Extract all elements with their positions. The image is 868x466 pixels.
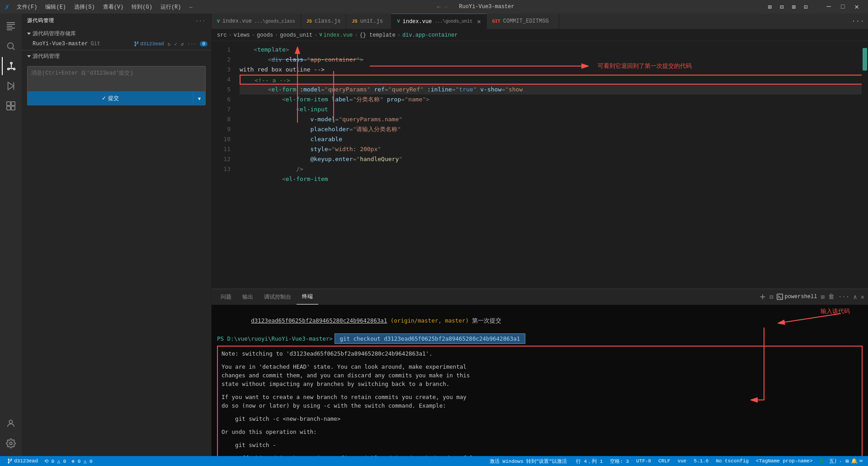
- layout-icon4[interactable]: ⊡: [800, 1, 811, 13]
- terminal-chevron-up[interactable]: ∧: [853, 293, 857, 301]
- layout-icon2[interactable]: ⊟: [776, 1, 787, 13]
- terminal-line-9: do so (now or later) by using -c with th…: [222, 401, 858, 410]
- svg-point-11: [9, 420, 12, 423]
- commit-message-input[interactable]: [28, 67, 205, 89]
- status-branch[interactable]: d3123ead: [4, 456, 42, 466]
- repo-section-header[interactable]: 源代码管理存储库: [22, 29, 211, 39]
- tab-commit-editmsg[interactable]: GIT COMMIT_EDITMSG: [487, 14, 559, 29]
- code-area: 12345 678910 111213 <template> <div clas…: [212, 41, 868, 289]
- status-tag[interactable]: <TagName prop-name>: [752, 458, 816, 464]
- activity-run[interactable]: [2, 77, 20, 95]
- tab-debug-console[interactable]: 调试控制台: [259, 289, 297, 304]
- activity-search[interactable]: [2, 37, 20, 55]
- status-spaces[interactable]: 空格: 3: [606, 458, 632, 465]
- sync-icon2[interactable]: ✓: [174, 41, 177, 47]
- tab-index-vue-goods-class[interactable]: V index.vue ...\goods_class: [212, 14, 301, 29]
- ime-more[interactable]: 五丿·: [827, 458, 844, 465]
- code-line-5: <el-form-item label="分类名称" prop="name">: [240, 95, 868, 105]
- breadcrumb: src › views › goods › goods_unit › V ind…: [212, 29, 868, 41]
- terminal-more[interactable]: ···: [838, 293, 849, 300]
- code-line-1: <template>: [240, 45, 868, 55]
- status-bar: d3123ead ⟲ 0 △ 0 ⊗ 0 △ 0 激活 Windows 转到"设…: [0, 456, 868, 466]
- layout-icon3[interactable]: ⊠: [788, 1, 799, 13]
- tab-index-vue-goods-unit[interactable]: V index.vue ...\goods_unit ✕: [392, 14, 486, 29]
- terminal-line-7: state without impacting any branches by …: [222, 380, 858, 388]
- menu-more[interactable]: …: [186, 2, 196, 12]
- sidebar: 源代码管理 ··· 源代码管理存储库 RuoYi-Vue3-master Git…: [22, 14, 212, 456]
- status-tsconfig[interactable]: No tsconfig: [712, 458, 752, 464]
- settings-icon[interactable]: [2, 434, 20, 452]
- svg-point-4: [14, 68, 15, 70]
- svg-point-2: [10, 62, 12, 64]
- changes-section-header[interactable]: 源代码管理: [22, 51, 211, 62]
- activity-explorer[interactable]: [2, 17, 20, 35]
- svg-point-12: [9, 442, 12, 445]
- code-content: <template> <div class="app-container"> w…: [234, 41, 868, 289]
- svg-point-3: [8, 68, 9, 70]
- code-line-10: style="width: 200px": [240, 144, 868, 154]
- line-numbers: 12345 678910 111213: [212, 41, 234, 289]
- status-encoding[interactable]: UTF-8: [632, 458, 655, 464]
- activity-bar: [0, 14, 22, 456]
- menu-run[interactable]: 运行(R): [157, 2, 185, 12]
- branch-name: d3123ead: [140, 41, 164, 47]
- status-version[interactable]: 5.1.6: [690, 458, 712, 464]
- tab-terminal[interactable]: 终端: [297, 289, 318, 304]
- commit-dropdown-button[interactable]: ▾: [193, 92, 205, 105]
- status-errors[interactable]: ⊗ 0 △ 0: [69, 456, 95, 466]
- terminal-add[interactable]: [760, 294, 766, 300]
- repo-item: RuoYi-Vue3-master Git d3123ead ↻ ✓ ↺ ···…: [22, 39, 211, 49]
- sync-icon4[interactable]: ···: [188, 41, 197, 47]
- commit-button[interactable]: ✓ 提交: [28, 92, 193, 105]
- menu-select[interactable]: 选择(S): [71, 2, 99, 12]
- sync-icon1[interactable]: ↻: [168, 41, 171, 47]
- status-row-col[interactable]: 行 4，列 1: [572, 458, 606, 465]
- code-line-3: <!-- a -->: [240, 75, 868, 85]
- minimize-button[interactable]: ─: [822, 1, 835, 13]
- code-line-12: />: [240, 164, 868, 174]
- editor-area: V index.vue ...\goods_class JS class.js …: [212, 14, 868, 456]
- terminal-line-1: d3123ead65f0625bf2a89465280c24b9642863a1…: [217, 308, 863, 333]
- tab-overflow[interactable]: ···: [848, 14, 868, 29]
- menu-bar: 文件(F) 编辑(E) 选择(S) 查看(V) 转到(G) 运行(R) …: [13, 2, 196, 12]
- status-language[interactable]: vue: [674, 458, 690, 464]
- terminal-line-4: [222, 358, 858, 362]
- terminal-body[interactable]: d3123ead65f0625bf2a89465280c24b9642863a1…: [212, 305, 868, 456]
- menu-edit[interactable]: 编辑(E): [42, 2, 70, 12]
- repo-name: RuoYi-Vue3-master: [33, 41, 88, 47]
- activity-extensions[interactable]: [2, 97, 20, 115]
- tab-problems[interactable]: 问题: [215, 289, 237, 304]
- sync-icon3[interactable]: ↺: [181, 41, 184, 47]
- menu-view[interactable]: 查看(V): [99, 2, 127, 12]
- activity-source-control[interactable]: [2, 57, 20, 75]
- terminal-line-3: Note: switching to 'd3123ead65f0625bf2a8…: [222, 349, 858, 358]
- code-line-6: <el-input: [240, 105, 868, 114]
- tab-output[interactable]: 输出: [237, 289, 259, 304]
- menu-goto[interactable]: 转到(G): [128, 2, 156, 12]
- terminal-close[interactable]: ✕: [861, 293, 864, 301]
- sidebar-more[interactable]: ···: [195, 18, 206, 24]
- terminal-trash[interactable]: 🗑: [828, 293, 835, 300]
- layout-icon1[interactable]: ⊞: [764, 1, 775, 13]
- menu-file[interactable]: 文件(F): [13, 2, 41, 12]
- tab-class-js[interactable]: JS class.js: [301, 14, 347, 29]
- account-icon[interactable]: [2, 414, 20, 433]
- status-line-ending[interactable]: CRLF: [655, 458, 674, 464]
- maximize-button[interactable]: □: [836, 1, 849, 12]
- tab-unit-js[interactable]: JS unit.js: [346, 14, 392, 29]
- terminal-layout[interactable]: ⊞: [821, 293, 824, 301]
- close-button[interactable]: ✕: [850, 0, 863, 13]
- tab-close-active[interactable]: ✕: [477, 18, 481, 25]
- code-line-11: @keyup.enter="handleQuery": [240, 154, 868, 164]
- svg-rect-7: [7, 102, 10, 105]
- activate-windows[interactable]: 激活 Windows 转到"设置"以激活: [484, 458, 572, 465]
- repo-type: Git: [90, 41, 100, 47]
- status-sync[interactable]: ⟲ 0 △ 0: [42, 456, 69, 466]
- code-line-7: v-model="queryParams.name": [240, 114, 868, 124]
- terminal-line-6: changes and commit them, and you can dis…: [222, 371, 858, 380]
- svg-rect-9: [7, 106, 10, 110]
- terminal-split[interactable]: ⊟: [769, 293, 773, 301]
- titlebar: ✗ 文件(F) 编辑(E) 选择(S) 查看(V) 转到(G) 运行(R) … …: [0, 0, 868, 14]
- ime-icon[interactable]: S: [816, 457, 827, 465]
- powershell-label[interactable]: powershell: [777, 294, 817, 300]
